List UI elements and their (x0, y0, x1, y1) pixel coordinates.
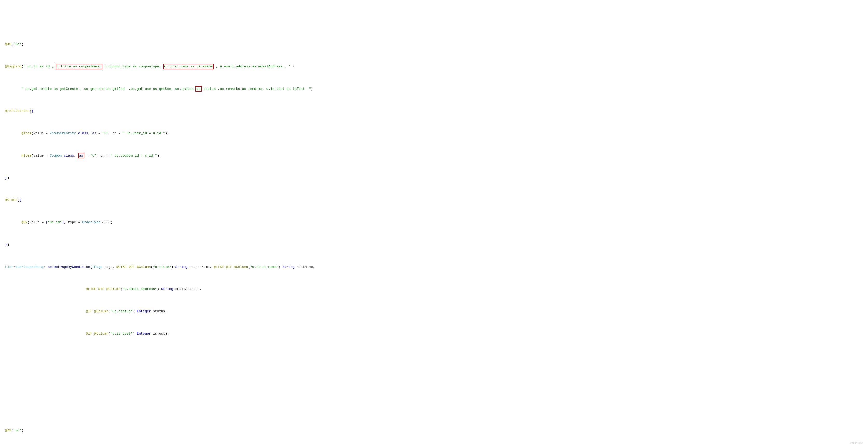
line-s1l10: }) (5, 242, 863, 247)
line-s1l7: }) (5, 175, 863, 181)
line-s1l11: List<UserCouponResp> selectPageByConditi… (5, 264, 863, 270)
line-s1l14: @IF @Column("u.is_test") Integer isTest)… (5, 331, 863, 336)
line-s1l12: @LIKE @IF @Column("u.email_address") Str… (5, 286, 863, 292)
line-s1l2: @Mapping(" uc.id as id , c.title as coup… (5, 64, 863, 69)
line-s1l1: @AS("uc") (5, 41, 863, 47)
line-s1l13: @IF @Column("uc.status") Integer status, (5, 309, 863, 314)
line-s1l5: @Item(value = ZnsUserEntity.class, as = … (5, 130, 863, 136)
line-s2l1: @AS("uc") (5, 428, 863, 433)
section-2: @AS("uc") @Mapping(value = {UserCoupon.i… (5, 411, 863, 448)
line-s1l9: @By(value = {"uc.id"}, type = OrderType.… (5, 219, 863, 225)
section-1: @AS("uc") @Mapping(" uc.id as id , c.tit… (5, 25, 863, 353)
annotation-as: @AS (5, 42, 11, 46)
line-s1l6: @Item(value = Coupon.class, as = "c", on… (5, 153, 863, 158)
line-s1l4: @LeftJoinOns({ (5, 108, 863, 114)
code-editor: @AS("uc") @Mapping(" uc.id as id , c.tit… (5, 3, 863, 448)
watermark: CSDN博客 (850, 441, 863, 445)
line-s1l3: " uc.gmt_create as gmtCreate , uc.gmt_en… (5, 86, 863, 92)
line-s1l8: @Order({ (5, 197, 863, 203)
